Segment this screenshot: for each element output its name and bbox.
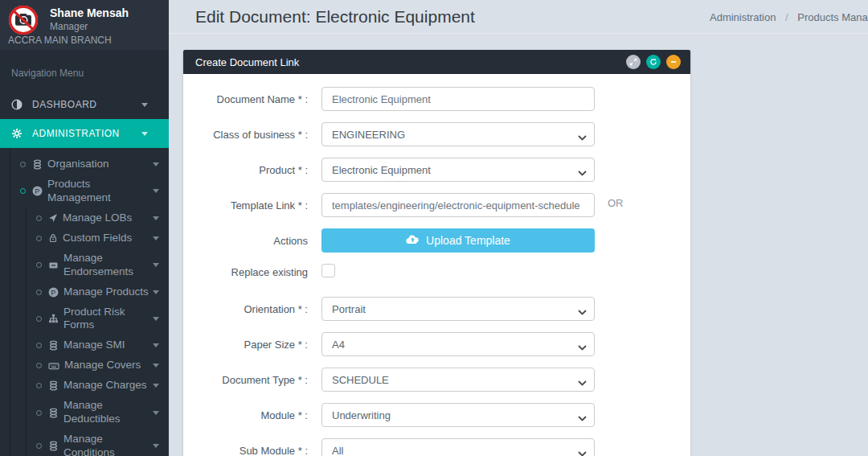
caret-down-icon (153, 317, 159, 321)
caret-down-icon (153, 263, 159, 267)
product-select[interactable]: Electronic Equipment (321, 158, 595, 182)
bullet-icon (36, 443, 42, 449)
bullet-icon (36, 290, 42, 295)
document-form: Document Name * :Class of business * :EN… (183, 74, 690, 456)
class-of-business-selected-value: ENGINEERING (332, 129, 405, 141)
caret-down-icon (153, 189, 159, 193)
sidebar-item-label: Manage LOBs (63, 212, 132, 225)
sub-module-row: Sub Module * :All (183, 438, 690, 456)
caret-down-icon (153, 444, 159, 448)
cloud-upload-icon (406, 234, 420, 247)
breadcrumb-administration[interactable]: Administration (710, 11, 776, 23)
sidebar-item-label: Organisation (47, 158, 109, 171)
collapse-button[interactable] (666, 55, 681, 69)
document-name-row: Document Name * : (183, 87, 690, 111)
coil-icon (48, 408, 59, 418)
replace-existing-checkbox[interactable] (321, 264, 335, 277)
sidebar-item-manage-conditions[interactable]: Manage Conditions (27, 429, 169, 456)
module-control: Underwriting (321, 403, 595, 427)
module-row: Module * :Underwriting (183, 403, 690, 427)
product-control: Electronic Equipment (321, 158, 595, 182)
sidebar-item-organisation[interactable]: Organisation (10, 154, 169, 175)
template-link-input[interactable] (321, 193, 595, 217)
expand-icon (629, 56, 637, 68)
document-name-input[interactable] (321, 87, 595, 111)
template-link-row: Template Link * :OR (183, 193, 690, 217)
caret-down-icon (153, 384, 159, 388)
sidebar-item-product-risk-forms[interactable]: Product Risk Forms (27, 302, 169, 336)
document-type-selected-value: SCHEDULE (332, 374, 389, 386)
sidebar-submenu: Manage LOBsCustom FieldsManage Endorseme… (26, 208, 169, 456)
caret-down-icon (153, 216, 159, 220)
upload-template-button[interactable]: Upload Template (321, 228, 595, 253)
sidebar-item-manage-deductibles[interactable]: Manage Deductibles (27, 396, 169, 429)
template-link-control (321, 193, 595, 217)
sidebar-item-label: ADMINISTRATION (32, 128, 120, 140)
panel-title: Create Document Link (195, 56, 299, 68)
bullet-icon (20, 188, 26, 194)
caret-down-icon (153, 343, 159, 347)
orientation-select[interactable]: Portrait (321, 297, 595, 321)
refresh-icon (649, 56, 657, 68)
expand-button[interactable] (626, 55, 641, 69)
navigation-menu-header: Navigation Menu (0, 50, 169, 90)
sub-module-label: Sub Module * : (183, 445, 308, 456)
product-row: Product * :Electronic Equipment (183, 158, 690, 182)
document-name-label: Document Name * : (183, 93, 308, 105)
user-branch: ACCRA MAIN BRANCH (8, 35, 161, 46)
sidebar-item-label: DASHBOARD (32, 99, 97, 111)
upload-template-button-label: Upload Template (426, 234, 510, 247)
panel-buttons (626, 55, 681, 69)
class-of-business-select[interactable]: ENGINEERING (321, 122, 595, 146)
coil-icon (32, 159, 43, 170)
sidebar-item-dashboard[interactable]: DASHBOARD (0, 90, 169, 119)
sidebar-item-custom-fields[interactable]: Custom Fields (27, 228, 169, 249)
sidebar-item-label: Custom Fields (63, 232, 132, 245)
bullet-icon (36, 363, 42, 368)
sidebar-item-label: Manage Endorsements (63, 252, 153, 279)
no-photo-camera-icon (8, 5, 39, 35)
chevron-down-icon (578, 166, 587, 179)
document-type-label: Document Type * : (183, 374, 308, 386)
class-of-business-control: ENGINEERING (321, 122, 595, 146)
module-label: Module * : (183, 409, 308, 421)
product-selected-value: Electronic Equipment (332, 164, 431, 176)
bullet-icon (36, 410, 42, 416)
caret-down-icon (141, 103, 148, 107)
sidebar-item-label: Manage Charges (63, 379, 147, 392)
sidebar-menu: DASHBOARDADMINISTRATIONOrganisationPProd… (0, 90, 169, 456)
bullet-icon (36, 262, 42, 268)
upload-template-row: ActionsUpload Template (183, 228, 690, 253)
svg-text:P: P (35, 187, 40, 195)
sidebar-item-manage-charges[interactable]: Manage Charges (27, 376, 169, 396)
bullet-icon (36, 316, 42, 322)
module-select[interactable]: Underwriting (321, 403, 595, 427)
document-name-control (321, 87, 595, 111)
sidebar-item-manage-lobs[interactable]: Manage LOBs (27, 208, 169, 228)
caret-down-icon (153, 411, 159, 415)
replace-existing-row: Replace existing (183, 264, 690, 281)
sidebar-item-manage-covers[interactable]: Manage Covers (27, 355, 169, 376)
paper-size-select[interactable]: A4 (321, 332, 595, 356)
caret-down-icon (153, 290, 159, 294)
class-of-business-label: Class of business * : (183, 129, 308, 141)
bullet-icon (36, 383, 42, 388)
upload-template-control: Upload Template (321, 228, 595, 253)
sidebar-item-manage-endorsements[interactable]: Manage Endorsements (27, 249, 169, 282)
sidebar-item-administration[interactable]: ADMINISTRATION (0, 119, 169, 148)
coil-icon (48, 441, 59, 451)
bullet-icon (20, 162, 26, 167)
document-type-select[interactable]: SCHEDULE (321, 368, 595, 392)
panel-header: Create Document Link (183, 50, 690, 74)
sidebar-item-manage-products[interactable]: PManage Products (27, 282, 169, 302)
sub-module-select[interactable]: All (321, 438, 595, 456)
module-selected-value: Underwriting (332, 409, 391, 421)
refresh-button[interactable] (646, 55, 661, 69)
breadcrumb-products-management[interactable]: Products Management (797, 11, 868, 23)
paper-size-row: Paper Size * :A4 (183, 332, 690, 356)
caret-down-icon (153, 364, 159, 368)
sidebar-item-products-management[interactable]: PProducts Management (10, 175, 169, 208)
sidebar-item-manage-smi[interactable]: Manage SMI (27, 335, 169, 355)
create-document-link-panel: Create Document Link Document Name * :Cl… (183, 50, 690, 456)
document-type-row: Document Type * :SCHEDULE (183, 368, 690, 392)
